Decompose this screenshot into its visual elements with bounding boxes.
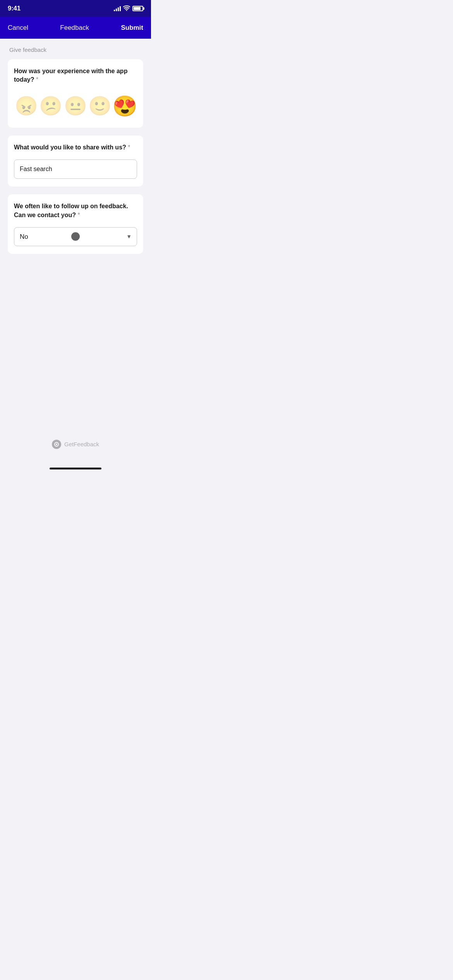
home-bar — [50, 468, 101, 469]
experience-question-card: How was your experience with the app tod… — [8, 59, 143, 128]
status-time: 9:41 — [8, 5, 21, 12]
status-bar: 9:41 — [0, 0, 151, 17]
contact-question-label: We often like to follow up on feedback. … — [14, 202, 137, 219]
contact-question-card: We often like to follow up on feedback. … — [8, 194, 143, 254]
battery-icon — [132, 6, 143, 11]
experience-question-label: How was your experience with the app tod… — [14, 67, 137, 84]
wifi-icon — [123, 5, 130, 12]
share-question-label: What would you like to share with us? * — [14, 143, 137, 152]
required-star-3: * — [77, 212, 80, 218]
emoji-heart-eyes[interactable]: 😍 — [112, 94, 137, 118]
required-star-1: * — [36, 76, 38, 83]
cancel-button[interactable]: Cancel — [8, 21, 28, 35]
nav-title: Feedback — [60, 24, 89, 32]
signal-icon — [114, 6, 121, 11]
svg-point-0 — [56, 444, 57, 445]
share-question-card: What would you like to share with us? * — [8, 135, 143, 187]
getfeedback-logo-icon — [52, 440, 61, 449]
submit-button[interactable]: Submit — [121, 21, 143, 35]
content-area: Give feedback How was your experience wi… — [0, 39, 151, 476]
contact-dropdown-wrapper: No Yes ▼ — [14, 227, 137, 246]
footer-brand-name: GetFeedback — [64, 441, 99, 447]
nav-bar: Cancel Feedback Submit — [0, 17, 151, 39]
emoji-very-angry[interactable]: 😠 — [14, 94, 39, 118]
emoji-rating-row: 😠 😕 😐 🙂 😍 — [14, 92, 137, 120]
emoji-frowning[interactable]: 😕 — [39, 94, 63, 118]
emoji-slightly-smiling[interactable]: 🙂 — [88, 94, 113, 118]
share-input[interactable] — [14, 159, 137, 179]
required-star-2: * — [128, 144, 130, 151]
section-label: Give feedback — [8, 46, 143, 53]
home-indicator — [8, 464, 143, 476]
status-icons — [114, 5, 143, 12]
contact-dropdown[interactable]: No Yes — [14, 227, 137, 246]
footer: GetFeedback — [8, 416, 143, 464]
emoji-neutral[interactable]: 😐 — [63, 94, 88, 118]
